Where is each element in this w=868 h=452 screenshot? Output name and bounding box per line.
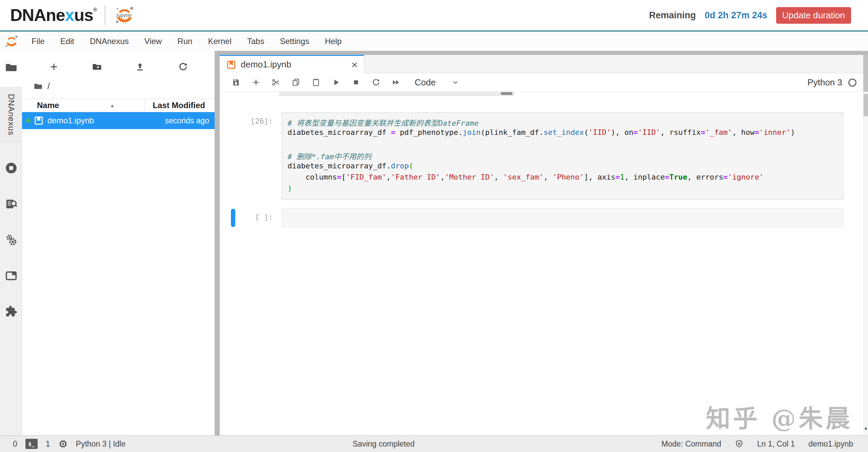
sidebar-tab-settings[interactable] [5,233,18,246]
watermark: 知乎 @朱晨 [706,398,853,434]
copy-cells-button[interactable] [286,78,306,87]
paste-icon [312,78,320,87]
cell-type-value: Code [415,77,436,88]
jupyter-menu-icon [4,34,19,49]
kernel-status-text[interactable]: Python 3 | Idle [76,439,126,449]
sidebar-tab-files[interactable] [0,51,22,87]
sidebar-tab-dnanexus-label: DNAnexus [6,94,16,136]
upload-button[interactable] [135,62,145,72]
stop-icon [352,78,360,87]
tab-close-icon[interactable]: × [351,59,358,70]
jupyter-logo: jupyter [114,4,135,26]
notebook-toolbar: Code Python 3 [220,73,868,92]
jupyter-logo-text: jupyter [114,13,135,18]
dock-tab-bar: demo1.ipynb × [220,55,868,73]
save-icon [232,78,240,87]
refresh-icon [178,62,188,72]
notebook-tab-title: demo1.ipynb [241,59,351,70]
menu-edit[interactable]: Edit [53,32,82,51]
menu-tabs[interactable]: Tabs [239,32,272,51]
notebook-tab[interactable]: demo1.ipynb × [220,55,364,73]
file-row-demo1[interactable]: demo1.ipynb seconds ago [22,112,215,129]
notebook-mode[interactable]: Mode: Command [662,439,721,449]
sidebar-tab-dnanexus[interactable]: DNAnexus [0,87,22,142]
run-cell-button[interactable] [326,78,346,87]
plus-icon [49,62,59,72]
sidebar-tab-inspector[interactable] [5,198,18,210]
kernel-status-icon[interactable] [848,79,856,87]
add-cell-icon [252,78,260,87]
run-all-button[interactable] [386,78,406,87]
remaining-label: Remaining [649,10,696,21]
restart-kernel-button[interactable] [366,78,386,87]
breadcrumb[interactable]: / [22,72,215,91]
paste-cells-button[interactable] [306,78,326,87]
scrollbar-cap [863,55,868,92]
terminal-icon[interactable]: $_ [25,439,38,449]
menu-view[interactable]: View [137,32,170,51]
kernel-name[interactable]: Python 3 [807,77,842,88]
interrupt-kernel-button[interactable] [346,78,366,87]
notebook-content: [26]: # 将表型变量与基因变量关联并生成新的表型DateFramediab… [220,92,868,435]
save-button[interactable] [226,78,246,87]
restart-icon [372,78,380,87]
menu-file[interactable]: File [24,32,53,51]
cut-icon [272,78,280,87]
folder-icon [5,61,18,74]
add-cell-button[interactable] [246,78,266,87]
notebook-panel: demo1.ipynb × [220,55,868,435]
update-duration-button[interactable]: Update duration [776,7,851,24]
fast-forward-icon [392,78,400,87]
run-icon [332,78,340,87]
top-bar: DNAnexus® jupyter Remaining 0d 2h 27m 24… [0,0,868,30]
empty-code-cell[interactable] [282,208,843,227]
trust-shield-icon[interactable] [735,439,744,448]
status-bar: 0 $_ 1 Python 3 | Idle Saving completed … [0,435,868,452]
scrollbar-down-arrow-icon[interactable]: ▼ [864,426,868,431]
menu-run[interactable]: Run [170,32,200,51]
file-name: demo1.ipynb [47,116,165,125]
folder-root-icon [34,82,43,91]
menu-bar: File Edit DNAnexus View Run Kernel Tabs … [0,32,868,51]
sidebar-tab-open-tabs[interactable] [5,269,18,282]
sidebar-tab-running[interactable] [5,162,18,174]
copy-icon [292,78,300,87]
puzzle-icon [5,305,17,317]
file-modified: seconds ago [165,116,215,125]
hscrollbar-thumb[interactable] [501,92,512,95]
settings-gears-icon [5,233,18,246]
remaining-time: 0d 2h 27m 24s [705,10,767,21]
column-last-modified[interactable]: Last Modified [145,101,215,110]
save-status-message: Saving completed [353,439,415,449]
menu-kernel[interactable]: Kernel [200,32,239,51]
cut-cells-button[interactable] [266,78,286,87]
new-launcher-button[interactable] [49,62,59,72]
menu-dnanexus[interactable]: DNAnexus [82,32,137,51]
active-file-name: demo1.ipynb [808,439,853,449]
breadcrumb-root: / [47,81,50,91]
new-folder-icon [92,62,102,72]
notebook-file-icon [34,116,43,125]
new-folder-button[interactable] [92,62,102,72]
logo-divider [104,5,105,25]
file-browser-panel: / Name ▲ Last Modified demo1.ipynb secon… [22,51,215,435]
notebook-tab-icon [226,60,236,69]
sort-arrow-icon: ▲ [110,103,114,108]
scrollbar-thumb[interactable] [864,94,868,116]
code-cell[interactable]: # 将表型变量与基因变量关联并生成新的表型DateFramediabetes_m… [282,112,843,200]
previous-cell-hscrollbar[interactable] [279,92,514,96]
kernel-count: 1 [46,439,50,449]
refresh-button[interactable] [178,62,188,72]
kernel-chip-icon[interactable] [58,439,68,449]
main-dock-area: DNAnexus [0,51,868,435]
cell-prompt: [26]: [220,117,273,125]
column-name[interactable]: Name ▲ [22,99,145,112]
menu-settings[interactable]: Settings [272,32,317,51]
menu-help[interactable]: Help [317,32,349,51]
file-list-header: Name ▲ Last Modified [22,99,215,112]
cell-type-dropdown[interactable]: Code [415,77,459,88]
inspector-icon [5,198,18,210]
notebook-scrollbar[interactable]: ▼ [863,92,868,435]
sidebar-tab-extensions[interactable] [5,305,17,317]
cursor-position[interactable]: Ln 1, Col 1 [757,439,795,449]
